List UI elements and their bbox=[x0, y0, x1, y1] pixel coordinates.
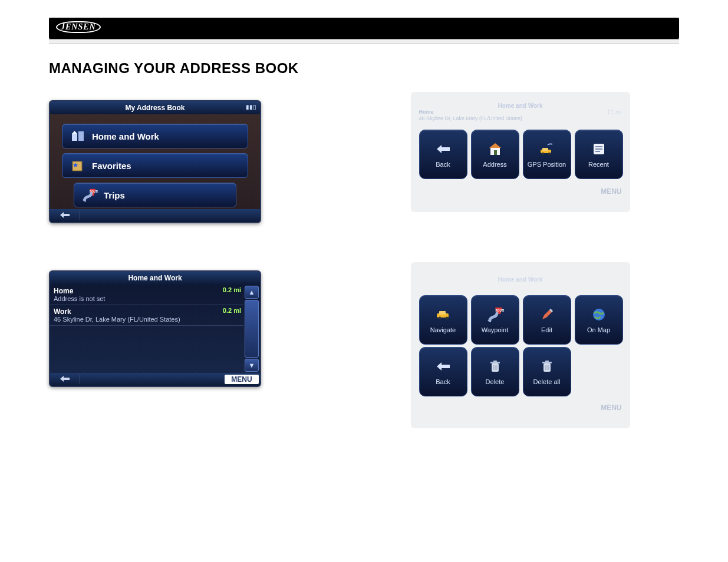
globe-icon bbox=[592, 306, 606, 323]
screen-title: My Address Book bbox=[50, 101, 260, 114]
on-map-tile[interactable]: On Map bbox=[575, 295, 623, 345]
trips-button[interactable]: ROUTE Trips bbox=[74, 183, 236, 207]
navigate-tile[interactable]: Navigate bbox=[419, 295, 467, 345]
gps-position-tile[interactable]: GPS Position bbox=[523, 130, 571, 179]
delete-tile[interactable]: Delete bbox=[471, 347, 519, 396]
back-arrow-icon[interactable] bbox=[50, 211, 80, 220]
svg-rect-29 bbox=[493, 361, 497, 362]
panel-subtitle: 46 Skyline Dr, Lake Mary (FL/United Stat… bbox=[419, 115, 622, 121]
scrollbar[interactable]: ▲ ▼ bbox=[243, 285, 260, 373]
waypoint-tile[interactable]: ROUTE Waypoint bbox=[471, 295, 519, 345]
back-arrow-icon[interactable] bbox=[50, 375, 80, 384]
list-row-work[interactable]: Work 46 Skyline Dr, Lake Mary (FL/United… bbox=[50, 305, 243, 326]
screenshot-home-and-work-list: Home and Work Home Address is not set 0.… bbox=[49, 270, 261, 387]
header-bar: JENSEN bbox=[49, 18, 679, 39]
home-work-icon bbox=[70, 128, 86, 144]
menu-label[interactable]: MENU bbox=[601, 404, 621, 416]
svg-point-12 bbox=[541, 153, 543, 155]
delete-all-tile[interactable]: Delete all bbox=[523, 347, 571, 396]
address-tile-label: Address bbox=[483, 161, 506, 168]
screen-title: Home and Work bbox=[50, 272, 260, 285]
list-row-home[interactable]: Home Address is not set 0.2 mi bbox=[50, 285, 243, 305]
svg-point-13 bbox=[548, 153, 550, 155]
brand-logo: JENSEN bbox=[56, 21, 101, 33]
header-divider bbox=[49, 39, 679, 44]
back-tile-label: Back bbox=[436, 161, 450, 168]
route-icon: ROUTE bbox=[486, 306, 504, 323]
favorites-label: Favorites bbox=[92, 161, 131, 171]
favorites-icon bbox=[70, 157, 86, 174]
row-subtitle: Address is not set bbox=[54, 295, 240, 302]
svg-rect-0 bbox=[72, 134, 77, 141]
back-tile[interactable]: Back bbox=[419, 347, 467, 396]
home-and-work-button[interactable]: Home and Work bbox=[62, 124, 248, 148]
svg-point-20 bbox=[438, 317, 441, 320]
favorites-button[interactable]: Favorites bbox=[62, 153, 248, 178]
recent-tile-label: Recent bbox=[588, 161, 609, 168]
screenshot-my-address-book: ▮▮▯ My Address Book Home and Work Favori… bbox=[49, 100, 261, 223]
edit-tile[interactable]: Edit bbox=[523, 295, 571, 345]
svg-marker-1 bbox=[72, 131, 77, 134]
house-icon bbox=[487, 141, 503, 157]
back-label: Back bbox=[436, 378, 450, 385]
row-distance: 0.2 mi bbox=[223, 286, 241, 293]
navigate-label: Navigate bbox=[430, 326, 456, 333]
menu-button[interactable]: MENU bbox=[225, 375, 259, 384]
menu-label[interactable]: MENU bbox=[601, 187, 621, 200]
delete-label: Delete bbox=[486, 378, 505, 385]
svg-rect-3 bbox=[73, 161, 82, 171]
row-name: Work bbox=[54, 308, 240, 316]
trash-icon bbox=[489, 358, 501, 375]
pencil-icon bbox=[541, 306, 554, 323]
panel-header-title: Home and Work bbox=[419, 276, 622, 283]
svg-marker-24 bbox=[542, 310, 552, 319]
back-arrow-icon bbox=[436, 141, 451, 157]
svg-rect-19 bbox=[439, 311, 446, 315]
address-tile[interactable]: Address bbox=[471, 130, 519, 179]
scroll-track[interactable] bbox=[245, 300, 259, 358]
row-subtitle: 46 Skyline Dr, Lake Mary (FL/United Stat… bbox=[54, 316, 240, 323]
row-distance: 0.2 mi bbox=[223, 307, 241, 314]
panel-header-title: Home and Work bbox=[419, 103, 622, 109]
recent-list-icon bbox=[592, 141, 606, 157]
edit-label: Edit bbox=[541, 326, 552, 333]
svg-rect-2 bbox=[78, 131, 84, 141]
panel-distance: 11 mi bbox=[607, 109, 621, 115]
trips-label: Trips bbox=[104, 190, 125, 200]
page-title: MANAGING YOUR ADDRESS BOOK bbox=[49, 60, 679, 77]
delete-all-label: Delete all bbox=[533, 378, 561, 385]
svg-rect-9 bbox=[494, 150, 497, 155]
row-name: Home bbox=[54, 287, 240, 295]
car-icon bbox=[434, 306, 452, 323]
screenshot-set-location-panel: Home and Work Home 11 mi 46 Skyline Dr, … bbox=[414, 100, 627, 204]
scroll-down-icon[interactable]: ▼ bbox=[245, 359, 259, 372]
on-map-label: On Map bbox=[587, 326, 610, 333]
svg-point-21 bbox=[445, 317, 448, 320]
trash-icon bbox=[541, 358, 553, 375]
svg-rect-11 bbox=[542, 148, 548, 151]
svg-text:ROUTE: ROUTE bbox=[495, 309, 504, 312]
brand-logo-text: JENSEN bbox=[56, 21, 101, 33]
home-and-work-label: Home and Work bbox=[92, 131, 159, 141]
back-arrow-icon bbox=[436, 358, 451, 375]
waypoint-label: Waypoint bbox=[482, 326, 508, 333]
route-icon: ROUTE bbox=[81, 187, 98, 203]
scroll-up-icon[interactable]: ▲ bbox=[245, 286, 259, 299]
svg-marker-8 bbox=[489, 143, 501, 148]
signal-icon: ▮▮▯ bbox=[246, 104, 256, 110]
back-tile[interactable]: Back bbox=[419, 130, 467, 179]
gps-car-icon bbox=[538, 141, 556, 157]
svg-rect-35 bbox=[545, 361, 549, 362]
recent-tile[interactable]: Recent bbox=[575, 130, 623, 179]
gps-tile-label: GPS Position bbox=[528, 161, 566, 168]
screenshot-actions-panel: Home and Work Navigate ROUTE bbox=[414, 270, 627, 420]
